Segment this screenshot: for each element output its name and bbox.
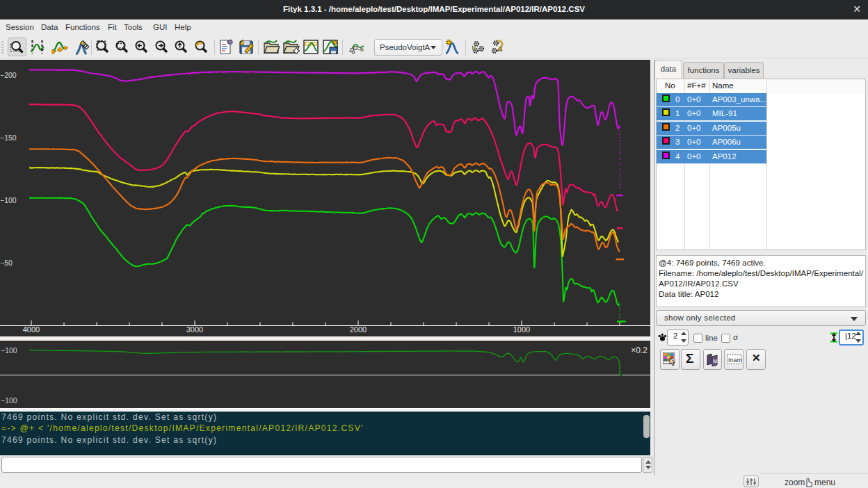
svg-text:M: M: [713, 358, 718, 364]
svg-text:Inam: Inam: [728, 357, 742, 364]
